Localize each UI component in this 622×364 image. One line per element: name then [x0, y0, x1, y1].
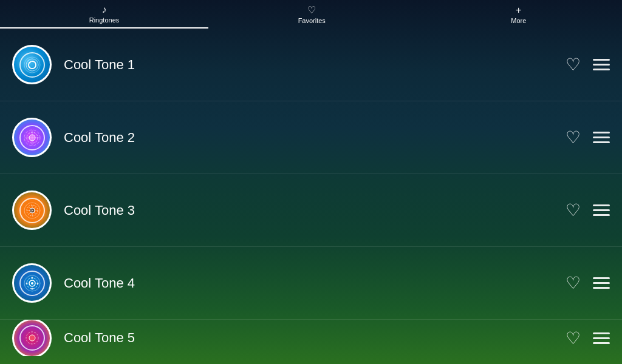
list-item[interactable]: Cool Tone 1 ♡	[0, 29, 622, 101]
list-item[interactable]: Cool Tone 5 ♡	[0, 320, 622, 356]
ringtone-artwork-5	[12, 320, 52, 356]
ringtone-name-4: Cool Tone 4	[64, 275, 566, 291]
menu-icon-4	[593, 277, 610, 289]
ringtone-actions-3: ♡	[566, 200, 610, 220]
ringtone-actions-5: ♡	[566, 328, 610, 348]
ringtone-name-3: Cool Tone 3	[64, 203, 566, 218]
menu-line	[593, 132, 610, 133]
heart-icon-4: ♡	[566, 273, 581, 293]
menu-line	[593, 136, 610, 138]
ringtone-name-5: Cool Tone 5	[64, 330, 566, 346]
favorite-button-4[interactable]: ♡	[566, 273, 581, 293]
menu-line	[593, 277, 610, 279]
mandala-icon-2	[22, 128, 42, 147]
heart-icon-2: ♡	[566, 127, 581, 147]
inner-circle-4	[19, 271, 45, 296]
menu-line	[593, 337, 610, 339]
menu-line	[593, 332, 610, 334]
svg-point-21	[31, 288, 33, 289]
inner-circle-5	[19, 325, 45, 351]
tab-favorites[interactable]: ♡ Favorites	[208, 0, 415, 29]
menu-line	[593, 287, 610, 289]
heart-icon-1: ♡	[566, 55, 581, 75]
menu-line	[593, 64, 610, 66]
menu-button-4[interactable]	[593, 277, 610, 289]
favorite-button-2[interactable]: ♡	[566, 127, 581, 147]
menu-icon-2	[593, 132, 610, 143]
ringtone-name-2: Cool Tone 2	[64, 130, 566, 146]
flower-icon-5	[22, 328, 42, 348]
tab-more-label: More	[511, 17, 526, 24]
heart-icon-5: ♡	[566, 328, 581, 348]
ringtone-actions-2: ♡	[566, 127, 610, 147]
music-note-icon: ♪	[102, 4, 107, 15]
ringtone-artwork-2	[12, 118, 52, 157]
svg-point-23	[29, 335, 35, 341]
svg-point-18	[31, 282, 33, 285]
menu-button-1[interactable]	[593, 59, 610, 70]
ringtone-actions-4: ♡	[566, 273, 610, 293]
svg-point-1	[26, 59, 38, 71]
menu-line	[593, 69, 610, 70]
tab-favorites-label: Favorites	[298, 17, 326, 24]
menu-line	[593, 214, 610, 216]
menu-button-3[interactable]	[593, 204, 610, 216]
svg-point-22	[26, 282, 27, 284]
menu-icon-3	[593, 204, 610, 216]
svg-point-20	[36, 282, 38, 284]
starburst-icon-3	[22, 201, 42, 220]
menu-line	[593, 209, 610, 211]
list-item[interactable]: Cool Tone 4 ♡	[0, 247, 622, 320]
list-item[interactable]: Cool Tone 2 ♡	[0, 101, 622, 174]
spiral-icon-1	[22, 55, 42, 75]
circle-pattern-icon-4	[22, 274, 42, 293]
menu-line	[593, 141, 610, 143]
tab-more[interactable]: + More	[415, 0, 623, 29]
heart-icon-3: ♡	[566, 200, 581, 220]
menu-line	[593, 204, 610, 206]
menu-button-2[interactable]	[593, 132, 610, 143]
tab-ringtones[interactable]: ♪ Ringtones	[0, 0, 208, 29]
inner-circle-3	[19, 198, 45, 223]
menu-icon-5	[593, 332, 610, 344]
menu-line	[593, 282, 610, 284]
ringtone-artwork-3	[12, 190, 52, 230]
favorite-button-3[interactable]: ♡	[566, 200, 581, 220]
svg-point-2	[24, 57, 40, 73]
menu-line	[593, 342, 610, 344]
plus-icon: +	[516, 5, 521, 16]
tab-bar: ♪ Ringtones ♡ Favorites + More	[0, 0, 622, 29]
ringtone-artwork-4	[12, 263, 52, 303]
ringtone-artwork-1	[12, 45, 52, 84]
menu-button-5[interactable]	[593, 332, 610, 344]
ringtone-name-1: Cool Tone 1	[64, 57, 566, 73]
favorite-button-1[interactable]: ♡	[566, 55, 581, 75]
inner-circle-2	[19, 125, 45, 150]
menu-icon-1	[593, 59, 610, 70]
svg-point-19	[31, 277, 33, 278]
ringtone-list: Cool Tone 1 ♡	[0, 29, 622, 364]
inner-circle-1	[19, 52, 45, 78]
ringtone-actions-1: ♡	[566, 55, 610, 75]
list-item[interactable]: Cool Tone 3 ♡	[0, 174, 622, 247]
tab-ringtones-label: Ringtones	[89, 16, 120, 24]
menu-line	[593, 59, 610, 61]
favorite-button-5[interactable]: ♡	[566, 328, 581, 348]
heart-tab-icon: ♡	[307, 4, 316, 16]
